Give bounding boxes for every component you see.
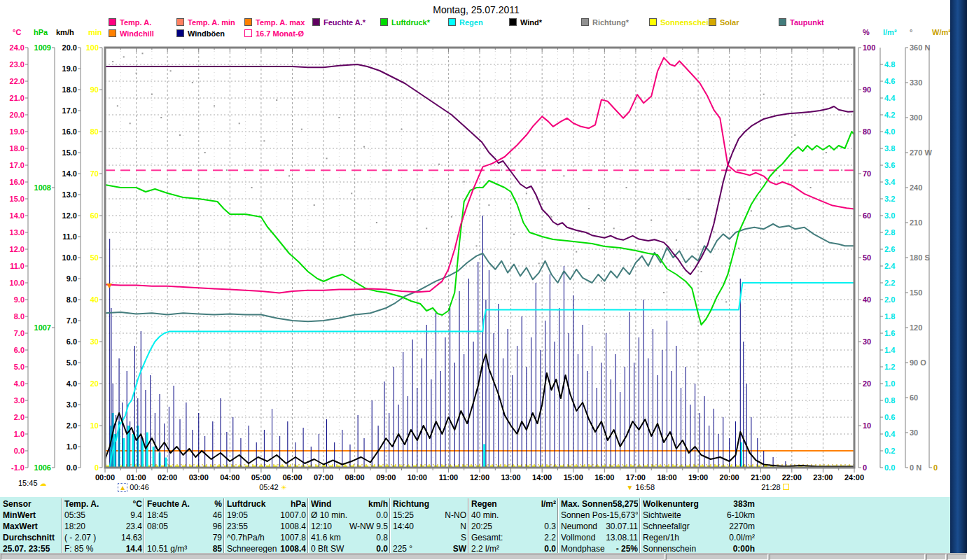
table-divider: [468, 498, 469, 553]
table-cell-value: 79: [213, 532, 222, 543]
status-segment: [770, 554, 925, 560]
axis-label-hPa: 1007: [34, 323, 51, 332]
table-column: Regenl/m²40 min.20:250.3Gesamt:2.22.2 l/…: [471, 498, 556, 554]
table-cell-value: 1008.4: [280, 521, 306, 532]
table-cell-value: W-NW 9.5: [349, 521, 388, 532]
table-cell-value: 13.08.11: [606, 532, 638, 543]
series-richtung-dot: [112, 61, 113, 62]
table-cell-label: ^0.7hPa/h: [227, 532, 265, 543]
table-row: ^0.7hPa/h1007.8: [227, 532, 306, 543]
table-cell-value: 46: [213, 510, 222, 521]
series-richtung-dot: [413, 199, 415, 200]
x-axis-label: 23:00: [813, 473, 833, 482]
table-cell-value: 0.0: [376, 510, 388, 521]
table-cell-label: 18:45: [147, 510, 168, 521]
table-cell-label: 18:20: [64, 521, 85, 532]
series-richtung-dot: [663, 292, 665, 293]
axis-label-km/h: 0.0: [67, 463, 77, 472]
axis-label-min: 10: [90, 421, 99, 430]
table-row: 05:359.4: [64, 510, 142, 521]
axis-label-°C: 1.0: [14, 430, 25, 438]
axis-label-°C: 4.0: [14, 379, 25, 388]
axis-label-l/m²: 3.4: [884, 178, 896, 186]
table-row: Windkm/h: [311, 498, 388, 510]
corner-time-marker: 15:45 ☁: [18, 479, 47, 487]
table-column: Feuchte A.%18:454608:05967910.51 g/m³85: [147, 498, 222, 554]
table-divider: [62, 498, 63, 553]
table-cell-value: N-NO: [445, 510, 466, 521]
axis-label-°C: 23.0: [10, 60, 25, 69]
series-richtung-dot: [288, 175, 290, 176]
axis-label-°C: 22.0: [10, 77, 25, 85]
axis-label-km/h: 12.0: [62, 211, 77, 220]
table-cell-value: 0.8: [376, 532, 388, 543]
table-cell-value: 9.4: [130, 510, 142, 521]
series-richtung-dot: [779, 175, 780, 176]
table-row: S: [393, 532, 466, 543]
axis-label-°C: 0.0: [14, 447, 25, 455]
axis-label-l/m²: 2.8: [884, 228, 895, 237]
x-axis-label: 21:00: [751, 473, 770, 482]
table-cell-value: hPa: [291, 498, 306, 510]
axis-label-km/h: 16.0: [62, 127, 77, 136]
axis-label-km/h: 8.0: [67, 295, 77, 304]
table-divider: [223, 498, 225, 553]
table-row: Richtung: [393, 498, 466, 510]
axis-label-l/m²: 2.0: [884, 295, 895, 304]
axis-label-l/m²: 0.0: [884, 463, 895, 472]
axis-label-l/m²: 0.2: [884, 447, 895, 455]
table-cell-label: Gesamt:: [471, 532, 503, 543]
axis-label-°C: 17.0: [10, 161, 25, 169]
axis-label-°: 240: [910, 183, 922, 192]
axis-label-l/m²: 3.8: [884, 144, 895, 153]
table-row: 19:051007.0: [227, 510, 306, 521]
axis-label-km/h: 9.0: [67, 274, 77, 283]
series-richtung-dot: [651, 220, 652, 221]
series-richtung-dot: [263, 140, 265, 141]
series-richtung-dot: [314, 204, 315, 206]
axis-label-°C: 8.0: [14, 312, 25, 321]
series-richtung-dot: [476, 245, 478, 246]
x-axis-label: 07:00: [314, 473, 333, 482]
axis-label-%: 90: [863, 85, 871, 94]
resize-grip[interactable]: [947, 554, 967, 560]
table-row: 41.6 km0.8: [311, 532, 388, 543]
table-cell-label: Sichtweite: [643, 510, 681, 521]
table-row: Regen/1h0.0l/m²: [643, 532, 755, 543]
table-cell-value: 2270m: [729, 521, 755, 532]
series-richtung-dot: [501, 169, 502, 171]
series-richtung-dot: [810, 187, 812, 188]
axis-label-%: 70: [863, 169, 871, 178]
series-richtung-dot: [276, 99, 277, 101]
x-axis-label: 00:00: [95, 473, 115, 482]
axis-label-%: 30: [863, 337, 871, 346]
axis-label-hPa: 1008: [34, 183, 51, 192]
table-cell-label: 08:05: [147, 521, 168, 532]
x-axis-label: 19:00: [688, 473, 708, 482]
table-row: 23:551008.4: [227, 521, 306, 532]
table-cell-value: l/m²: [541, 498, 556, 510]
series-richtung-dot: [438, 164, 440, 165]
table-row: Schneefallgr2270m: [643, 521, 755, 532]
x-axis-label: 16:00: [594, 473, 614, 482]
table-cell-value: km/h: [368, 498, 388, 510]
axis-label-%: 100: [863, 43, 875, 52]
table-cell-label: 14:40: [393, 521, 414, 532]
axis-label-l/m²: 4.0: [884, 127, 895, 136]
axis-label-l/m²: 3.0: [884, 211, 895, 220]
axis-label-°C: 19.0: [10, 127, 25, 136]
table-row: Sichtweite6-10km: [643, 510, 755, 521]
table-cell-value: 96: [213, 521, 222, 532]
table-row: Gesamt:2.2: [471, 532, 556, 543]
table-cell-label: 05:35: [64, 510, 85, 521]
series-richtung-dot: [301, 129, 302, 130]
axis-label-°: 360 N: [910, 43, 930, 52]
series-richtung-dot: [794, 134, 795, 136]
table-cell-label: Temp. A.: [64, 498, 99, 510]
x-axis-label: 03:00: [189, 473, 209, 482]
axis-label-km/h: 13.0: [62, 190, 77, 199]
series-richtung-dot: [576, 251, 577, 253]
axis-label-km/h: 14.0: [62, 169, 77, 178]
axis-label-°: 120: [910, 323, 922, 332]
axis-label-l/m²: 2.6: [884, 245, 895, 253]
